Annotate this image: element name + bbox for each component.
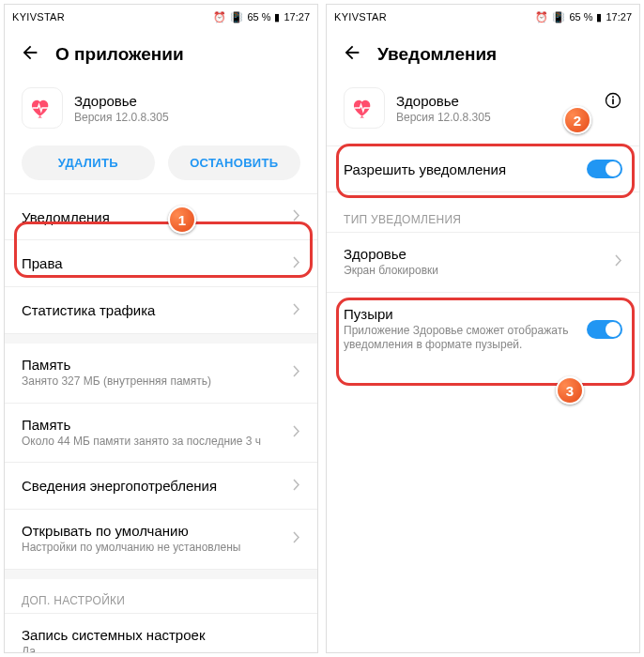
row-label: Здоровье	[344, 246, 606, 262]
chevron-right-icon	[293, 530, 300, 547]
time-label: 17:27	[284, 11, 310, 23]
svg-rect-1	[612, 99, 614, 104]
action-buttons: УДАЛИТЬ ОСТАНОВИТЬ	[5, 145, 317, 193]
row-label: Разрешить уведомления	[344, 161, 577, 177]
title-bar: О приложении	[5, 29, 317, 76]
status-bar: KYIVSTAR ⏰ 📳 65 % ▮ 17:27	[327, 5, 639, 29]
app-version: Версия 12.0.8.305	[396, 111, 491, 124]
tutorial-badge-1: 1	[168, 206, 196, 234]
row-allow-notifications[interactable]: Разрешить уведомления	[327, 145, 639, 192]
content-area: Здоровье Версия 12.0.8.305 Разрешить уве…	[327, 76, 639, 652]
chevron-right-icon	[293, 255, 300, 272]
section-header-type: ТИП УВЕДОМЛЕНИЯ	[327, 192, 639, 232]
page-title: О приложении	[55, 44, 184, 65]
row-label: Пузыри	[344, 306, 577, 322]
alarm-icon: ⏰	[535, 11, 548, 23]
battery-label: 65 %	[569, 11, 592, 23]
status-right: ⏰ 📳 65 % ▮ 17:27	[213, 11, 310, 23]
row-label: Уведомления	[22, 209, 284, 225]
back-arrow-icon[interactable]	[20, 42, 40, 67]
content-area: Здоровье Версия 12.0.8.305 УДАЛИТЬ ОСТАН…	[5, 76, 317, 652]
row-label: Сведения энергопотребления	[22, 478, 284, 494]
chevron-right-icon	[293, 208, 300, 225]
row-notifications[interactable]: Уведомления	[5, 193, 317, 240]
battery-icon: ▮	[596, 11, 602, 23]
row-label: Память	[22, 357, 284, 373]
row-label: Память	[22, 417, 284, 433]
chevron-right-icon	[293, 302, 300, 319]
row-memory-usage[interactable]: Память Около 44 МБ памяти занято за посл…	[5, 404, 317, 464]
battery-icon: ▮	[274, 11, 280, 23]
row-sublabel: Да	[22, 645, 291, 652]
svg-point-2	[612, 96, 614, 98]
status-right: ⏰ 📳 65 % ▮ 17:27	[535, 11, 632, 23]
row-sublabel: Около 44 МБ памяти занято за последние 3…	[22, 435, 284, 450]
app-icon	[344, 87, 385, 129]
row-label: Открывать по умолчанию	[22, 523, 284, 539]
app-version: Версия 12.0.8.305	[74, 111, 169, 124]
app-name: Здоровье	[396, 93, 491, 109]
toggle-bubbles[interactable]	[587, 320, 622, 339]
title-bar: Уведомления	[327, 29, 639, 76]
chevron-right-icon	[293, 424, 300, 441]
vibrate-icon: 📳	[552, 11, 565, 23]
row-label: Запись системных настроек	[22, 627, 291, 643]
carrier-label: KYIVSTAR	[334, 11, 387, 23]
row-storage[interactable]: Память Занято 327 МБ (внутренняя память)	[5, 344, 317, 404]
row-traffic[interactable]: Статистика трафика	[5, 287, 317, 334]
section-divider	[5, 334, 317, 344]
back-arrow-icon[interactable]	[342, 42, 362, 67]
vibrate-icon: 📳	[230, 11, 243, 23]
tutorial-badge-3: 3	[556, 376, 584, 405]
chevron-right-icon	[293, 364, 300, 381]
row-label: Права	[22, 255, 284, 271]
app-icon	[22, 87, 63, 129]
row-open-by-default[interactable]: Открывать по умолчанию Настройки по умол…	[5, 510, 317, 570]
row-sublabel: Настройки по умолчанию не установлены	[22, 541, 284, 556]
row-sublabel: Экран блокировки	[344, 264, 606, 279]
chevron-right-icon	[615, 253, 622, 270]
time-label: 17:27	[606, 11, 632, 23]
status-bar: KYIVSTAR ⏰ 📳 65 % ▮ 17:27	[5, 5, 317, 29]
section-header-extra: ДОП. НАСТРОЙКИ	[5, 579, 317, 613]
info-icon[interactable]	[604, 91, 622, 114]
chevron-right-icon	[293, 478, 300, 495]
app-name: Здоровье	[74, 93, 169, 109]
toggle-allow-notifications[interactable]	[587, 160, 622, 178]
row-system-settings-record[interactable]: Запись системных настроек Да	[5, 613, 317, 652]
page-title: Уведомления	[377, 44, 497, 65]
alarm-icon: ⏰	[213, 11, 226, 23]
row-bubbles[interactable]: Пузыри Приложение Здоровье сможет отобра…	[327, 293, 639, 366]
force-stop-button[interactable]: ОСТАНОВИТЬ	[168, 145, 301, 180]
row-permissions[interactable]: Права	[5, 240, 317, 287]
carrier-label: KYIVSTAR	[12, 11, 65, 23]
uninstall-button[interactable]: УДАЛИТЬ	[22, 145, 155, 180]
row-sublabel: Приложение Здоровье сможет отображать ув…	[344, 324, 577, 353]
row-sublabel: Занято 327 МБ (внутренняя память)	[22, 374, 284, 390]
row-channel-health[interactable]: Здоровье Экран блокировки	[327, 232, 639, 293]
row-label: Статистика трафика	[22, 302, 284, 318]
app-header: Здоровье Версия 12.0.8.305	[327, 76, 639, 145]
section-divider	[5, 570, 317, 579]
row-power-usage[interactable]: Сведения энергопотребления	[5, 463, 317, 510]
phone-right-notifications: KYIVSTAR ⏰ 📳 65 % ▮ 17:27 Уведомления Зд…	[326, 4, 640, 653]
battery-label: 65 %	[247, 11, 270, 23]
phone-left-app-info: KYIVSTAR ⏰ 📳 65 % ▮ 17:27 О приложении З…	[4, 4, 318, 653]
tutorial-badge-2: 2	[563, 106, 591, 134]
app-header: Здоровье Версия 12.0.8.305	[5, 76, 317, 145]
